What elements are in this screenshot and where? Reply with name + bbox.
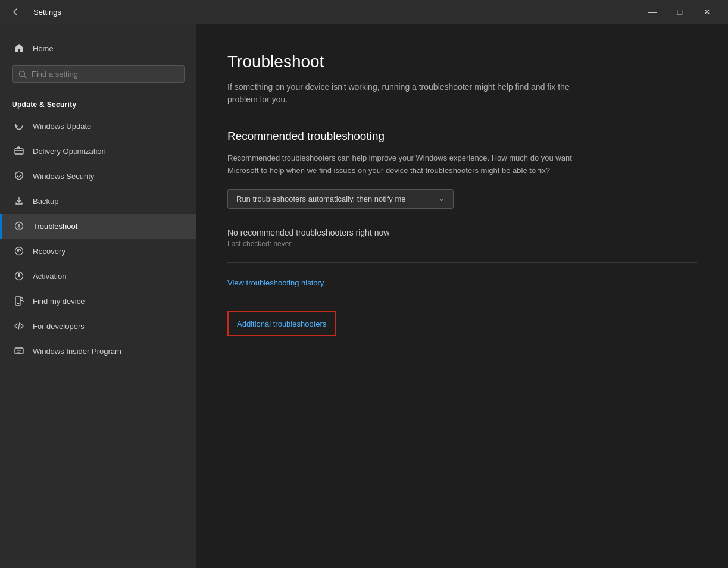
divider: [227, 262, 697, 263]
developers-icon: [14, 321, 24, 331]
sidebar-header: Home: [0, 24, 196, 98]
last-checked-text: Last checked: never: [227, 240, 697, 248]
sidebar-item-windows-update[interactable]: Windows Update: [0, 114, 196, 139]
titlebar: Settings — □ ✕: [0, 0, 728, 24]
for-developers-label: For developers: [33, 322, 85, 331]
dropdown-value: Run troubleshooters automatically, then …: [236, 194, 405, 203]
svg-rect-9: [15, 348, 23, 354]
sidebar: Home Update & Security Windows Update: [0, 24, 196, 568]
sidebar-item-backup[interactable]: Backup: [0, 189, 196, 214]
status-text: No recommended troubleshooters right now: [227, 228, 697, 237]
troubleshoot-dropdown[interactable]: Run troubleshooters automatically, then …: [227, 189, 454, 209]
recovery-icon: [14, 246, 24, 256]
chevron-down-icon: ⌄: [439, 194, 445, 203]
delivery-icon: [14, 146, 24, 156]
recommended-section-title: Recommended troubleshooting: [227, 130, 697, 143]
sidebar-item-windows-insider[interactable]: Windows Insider Program: [0, 338, 196, 363]
window-controls: — □ ✕: [639, 0, 721, 24]
troubleshoot-icon: [14, 221, 24, 231]
app-title: Settings: [33, 8, 639, 17]
sidebar-home[interactable]: Home: [12, 36, 185, 61]
windows-security-label: Windows Security: [33, 172, 94, 181]
windows-insider-label: Windows Insider Program: [33, 347, 121, 356]
additional-troubleshooters-link[interactable]: Additional troubleshooters: [237, 319, 326, 328]
sidebar-section-title: Update & Security: [0, 98, 196, 114]
page-subtitle: If something on your device isn't workin…: [227, 81, 585, 106]
sidebar-item-recovery[interactable]: Recovery: [0, 239, 196, 263]
delivery-optimization-label: Delivery Optimization: [33, 147, 106, 156]
status-section: No recommended troubleshooters right now…: [227, 228, 697, 248]
shield-icon: [14, 171, 24, 181]
troubleshoot-label: Troubleshoot: [33, 222, 77, 231]
sidebar-item-windows-security[interactable]: Windows Security: [0, 164, 196, 189]
backup-icon: [14, 196, 24, 206]
page-title: Troubleshoot: [227, 52, 697, 71]
sidebar-item-for-developers[interactable]: For developers: [0, 313, 196, 338]
search-icon: [18, 70, 27, 79]
activation-label: Activation: [33, 272, 66, 281]
recovery-label: Recovery: [33, 247, 65, 256]
svg-line-1: [24, 76, 27, 78]
find-my-device-label: Find my device: [33, 297, 85, 306]
activation-icon: [14, 271, 24, 281]
windows-update-label: Windows Update: [33, 122, 91, 131]
backup-label: Backup: [33, 197, 58, 206]
sidebar-item-activation[interactable]: Activation: [0, 263, 196, 288]
home-label: Home: [33, 44, 54, 53]
svg-rect-2: [15, 149, 23, 154]
nav-list: Windows Update Delivery Optimization Win…: [0, 114, 196, 363]
additional-troubleshooters-box: Additional troubleshooters: [227, 311, 336, 336]
view-history-link[interactable]: View troubleshooting history: [227, 278, 324, 287]
recommended-desc: Recommended troubleshooters can help imp…: [227, 152, 585, 177]
svg-rect-8: [17, 303, 20, 304]
back-button[interactable]: [7, 4, 24, 20]
close-button[interactable]: ✕: [693, 0, 721, 24]
sidebar-item-delivery-optimization[interactable]: Delivery Optimization: [0, 139, 196, 164]
search-input[interactable]: [32, 70, 178, 79]
sidebar-item-troubleshoot[interactable]: Troubleshoot: [0, 214, 196, 239]
update-icon: [14, 121, 24, 131]
minimize-button[interactable]: —: [639, 0, 666, 24]
maximize-button[interactable]: □: [666, 0, 693, 24]
search-box[interactable]: [12, 65, 185, 83]
home-icon: [14, 43, 24, 54]
find-device-icon: [14, 296, 24, 306]
insider-icon: [14, 346, 24, 356]
main-content: Troubleshoot If something on your device…: [196, 24, 728, 568]
app-container: Home Update & Security Windows Update: [0, 24, 728, 568]
sidebar-item-find-my-device[interactable]: Find my device: [0, 288, 196, 313]
